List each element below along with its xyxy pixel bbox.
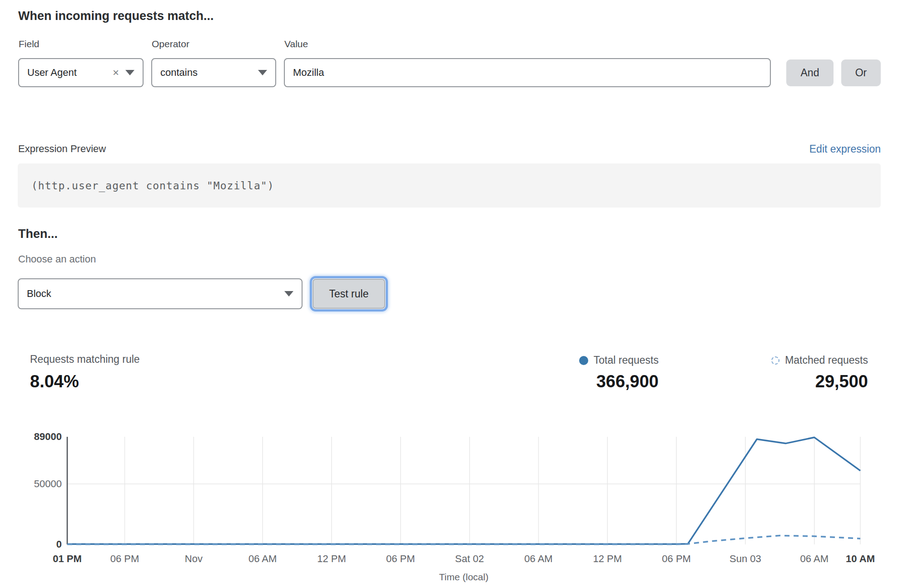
matched-requests-dashed-circle-icon [771,356,779,365]
x-tick-label: 06 PM [110,553,139,564]
operator-select[interactable]: contains [151,58,276,87]
x-tick-label: 06 PM [386,553,415,564]
then-heading: Then... [18,227,58,241]
value-input[interactable] [284,58,771,87]
total-requests-line [67,437,860,544]
choose-action-label: Choose an action [18,253,96,265]
x-tick-label: 10 AM [846,553,875,564]
x-tick-label: 12 PM [593,553,622,564]
matched-requests-line [67,536,860,544]
chevron-down-icon [125,70,134,75]
field-select-value: User Agent [27,67,107,79]
expression-code-box: (http.user_agent contains "Mozilla") [18,163,881,208]
x-tick-label: 06 PM [662,553,691,564]
and-button[interactable]: And [786,59,834,86]
action-select[interactable]: Block [18,278,303,309]
expression-code: (http.user_agent contains "Mozilla") [31,180,274,192]
operator-label: Operator [152,39,189,49]
requests-matching-value: 8.04% [30,372,140,391]
page-title: When incoming requests match... [18,9,214,23]
x-tick-label: 06 AM [248,553,277,564]
matched-requests-value: 29,500 [752,372,868,391]
y-tick-label: 89000 [34,431,62,442]
x-tick-label: 12 PM [317,553,346,564]
x-tick-label: 01 PM [53,553,82,564]
x-axis-title: Time (local) [439,572,489,582]
x-tick-label: 06 AM [800,553,829,564]
total-requests-label: Total requests [594,354,659,366]
x-tick-label: Sat 02 [455,553,484,564]
action-select-value: Block [27,288,278,300]
expression-preview-label: Expression Preview [18,143,106,155]
y-tick-label: 50000 [34,478,62,489]
x-tick-label: Nov [185,553,203,564]
y-tick-label: 0 [56,539,62,550]
value-label: Value [284,39,308,49]
chevron-down-icon [258,70,267,75]
field-label: Field [19,39,40,49]
edit-expression-link[interactable]: Edit expression [809,143,881,155]
x-tick-label: 06 AM [524,553,552,564]
matched-requests-label: Matched requests [785,354,868,366]
chevron-down-icon [284,291,293,296]
x-tick-label: Sun 03 [729,553,761,564]
requests-matching-label: Requests matching rule [30,353,140,366]
field-select[interactable]: User Agent × [18,58,144,87]
total-requests-value: 366,900 [567,372,659,391]
clear-field-icon[interactable]: × [113,67,119,78]
or-button[interactable]: Or [841,59,881,86]
test-rule-button[interactable]: Test rule [313,279,385,309]
operator-select-value: contains [160,67,252,79]
total-requests-dot-icon [579,356,588,365]
requests-line-chart: 0500008900001 PM06 PMNov06 AM12 PM06 PMS… [0,425,908,588]
